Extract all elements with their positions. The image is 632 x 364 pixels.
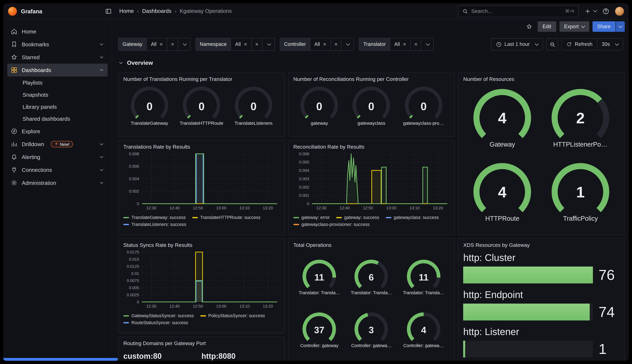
filter-dropdown-toggle[interactable] (262, 38, 274, 50)
sidebar-item-snapshots[interactable]: Snapshots (7, 89, 108, 101)
legend-item[interactable]: gateway: success (336, 215, 379, 220)
filter-value[interactable]: All✕ (147, 38, 168, 50)
chevron-down-icon[interactable] (99, 154, 104, 160)
sidebar-item-library-panels[interactable]: Library panels (7, 101, 108, 113)
legend-item[interactable]: GatewayStatusSyncer: success (123, 313, 194, 318)
sidebar-item-starred[interactable]: Starred (7, 51, 108, 64)
gauge: 4HTTPRoute (472, 162, 533, 222)
export-button[interactable]: Export (559, 22, 589, 32)
dock-sidebar-icon[interactable] (105, 8, 112, 15)
stat: custom:80 (123, 352, 201, 361)
sidebar-item-playlists[interactable]: Playlists (7, 76, 108, 89)
clear-filter-icon[interactable]: ✕ (331, 38, 342, 50)
sidebar-item-bookmarks[interactable]: Bookmarks (7, 38, 108, 51)
chevron-down-icon[interactable] (99, 141, 104, 147)
sidebar-item-explore[interactable]: Explore (7, 125, 108, 138)
panel-title[interactable]: Status Syncs Rate by Results (123, 242, 279, 248)
panel-title[interactable]: Reconciliation Rate by Results (293, 144, 450, 150)
svg-text:0: 0 (307, 202, 309, 206)
refresh-interval-dropdown[interactable]: 30s (597, 38, 623, 50)
favorite-star-button[interactable] (524, 22, 535, 32)
panel-title[interactable]: Routing Domains per Gateway Port (123, 340, 279, 346)
chevron-down-icon[interactable] (99, 167, 104, 172)
legend-item[interactable]: RouteStatusSyncer: success (123, 320, 188, 325)
user-avatar[interactable] (615, 7, 624, 16)
gauge: 4Controller: gatewa… (401, 311, 446, 348)
series-color-swatch (336, 217, 342, 218)
legend-item[interactable]: PolicyStatusSyncer: success (200, 313, 265, 318)
chevron-down-icon (118, 60, 124, 66)
clear-filter-icon[interactable]: ✕ (252, 38, 262, 50)
search-input[interactable]: Search... ⌘+k (458, 5, 579, 17)
filter-label[interactable]: Controller (280, 38, 310, 50)
sidebar-item-label: Drilldown (22, 141, 44, 147)
remove-value-icon[interactable]: ✕ (403, 42, 406, 47)
breadcrumb-dashboards[interactable]: Dashboards (142, 8, 171, 14)
sidebar-item-administration[interactable]: Administration (7, 176, 108, 189)
panel-title[interactable]: Translations Rate by Results (123, 144, 279, 150)
sidebar-item-shared-dashboards[interactable]: Shared dashboards (7, 113, 108, 125)
gauge-value: 0 (316, 100, 322, 112)
clear-filter-icon[interactable]: ✕ (168, 38, 178, 50)
edit-button[interactable]: Edit (538, 22, 556, 32)
breadcrumb-home[interactable]: Home (119, 8, 134, 14)
gauge-label: Translator: Transla… (403, 290, 444, 295)
sidebar-item-connections[interactable]: Connections (7, 164, 108, 176)
clear-filter-icon[interactable]: ✕ (411, 38, 421, 50)
filter-label[interactable]: Translator (359, 38, 390, 50)
share-dropdown-button[interactable] (616, 22, 625, 32)
chevron-down-icon[interactable] (99, 54, 104, 60)
panel-title[interactable]: Number of Resources (463, 76, 619, 82)
brand-title: Grafana (21, 8, 42, 14)
gauge-label: TrafficPolicy (563, 215, 598, 222)
panel-title[interactable]: XDS Resources by Gateway (463, 242, 619, 248)
filter-dropdown-toggle[interactable] (178, 38, 190, 50)
filter-dropdown-toggle[interactable] (421, 38, 433, 50)
timeseries-chart[interactable]: 00.00250.0050.00750.010.01250.0150.01751… (123, 250, 279, 310)
filter-value[interactable]: All✕ (231, 38, 252, 50)
chevron-up-icon[interactable] (99, 67, 104, 73)
series-color-swatch (200, 315, 206, 316)
legend-item[interactable]: TranslateHTTPRoute: success (192, 215, 260, 220)
share-button[interactable]: Share (592, 22, 615, 32)
sidebar-item-alerting[interactable]: Alerting (7, 150, 108, 164)
sidebar-item-label: Home (22, 28, 36, 34)
grafana-logo-icon[interactable] (8, 7, 17, 16)
svg-text:13:00: 13:00 (386, 206, 396, 210)
zoom-out-button[interactable] (546, 38, 558, 50)
timeseries-chart[interactable]: 00.0020.0040.0060.00812:3012:4012:5013:0… (123, 152, 279, 212)
legend-item[interactable]: gatewayclass: success (386, 215, 439, 220)
gauge-value: 0 (146, 100, 152, 112)
filter-label[interactable]: Namespace (196, 38, 231, 50)
chevron-down-icon[interactable] (99, 180, 104, 186)
panel-title[interactable]: Number of Reconciliations Running per Co… (293, 76, 450, 82)
gauge-label: Gateway (490, 141, 515, 148)
chevron-down-icon[interactable] (99, 42, 104, 47)
remove-value-icon[interactable]: ✕ (323, 42, 327, 47)
gauge-value: 4 (498, 184, 507, 201)
new-menu-button[interactable] (584, 8, 597, 14)
home-icon (11, 28, 18, 35)
legend-item[interactable]: TranslateListeners: success (123, 222, 186, 227)
legend-item[interactable]: gatewayclass-provisioner: success (293, 222, 370, 227)
legend-item[interactable]: gateway: error (293, 215, 330, 220)
sidebar-item-drilldown[interactable]: DrilldownNew! (7, 138, 108, 150)
filter-value[interactable]: All✕ (390, 38, 411, 50)
filter-label[interactable]: Gateway (119, 38, 147, 50)
time-range-picker[interactable]: Last 1 hour (491, 38, 543, 50)
help-icon[interactable] (602, 8, 609, 15)
timeseries-chart[interactable]: 00.0010.0020.0030.0040.0050.00612:3012:4… (293, 152, 450, 212)
panel-title[interactable]: Total Operations (293, 242, 450, 248)
filter-value[interactable]: All✕ (310, 38, 331, 50)
sidebar-item-dashboards[interactable]: Dashboards (7, 64, 108, 76)
nav-right: Search... ⌘+k (458, 5, 624, 17)
sidebar-item-home[interactable]: Home (7, 25, 108, 38)
filter-dropdown-toggle[interactable] (342, 38, 354, 50)
remove-value-icon[interactable]: ✕ (159, 42, 163, 47)
remove-value-icon[interactable]: ✕ (243, 42, 247, 47)
refresh-button[interactable]: Refresh (562, 38, 597, 50)
panel-title[interactable]: Number of Translations Running per Trans… (123, 76, 279, 82)
filter-translator: TranslatorAll✕✕ (359, 38, 434, 51)
section-overview-toggle[interactable]: Overview (113, 52, 629, 70)
legend-item[interactable]: TranslateGateway: success (123, 215, 186, 220)
